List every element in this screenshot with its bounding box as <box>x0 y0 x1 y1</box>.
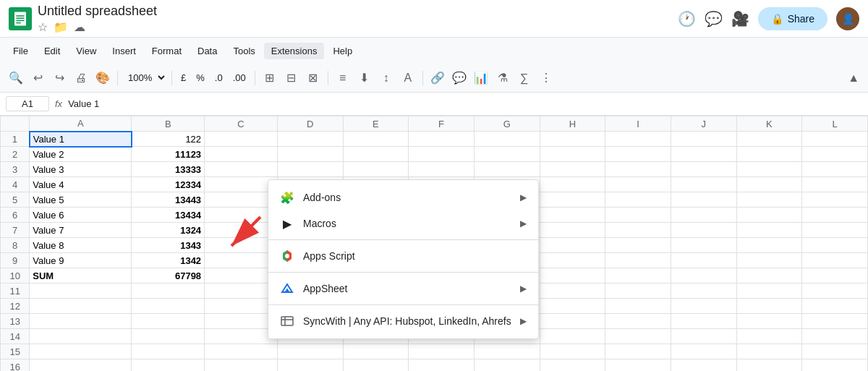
empty-cell-11-7[interactable] <box>540 283 605 299</box>
col-header-h[interactable]: H <box>540 116 605 132</box>
row-header-16[interactable]: 16 <box>1 359 30 372</box>
empty-cell-14-8[interactable] <box>605 329 671 344</box>
cell-2-E[interactable] <box>343 147 409 162</box>
cell-1-F[interactable] <box>409 132 475 147</box>
cell-8-L[interactable] <box>802 238 868 253</box>
empty-cell-13-10[interactable] <box>736 314 802 329</box>
cell-3-K[interactable] <box>736 162 802 177</box>
percent-button[interactable]: % <box>192 71 209 85</box>
cell-3-J[interactable] <box>671 162 736 177</box>
empty-cell-11-10[interactable] <box>736 283 802 299</box>
cell-5-a[interactable]: Value 5 <box>30 192 132 208</box>
print-button[interactable]: 🖨 <box>71 68 91 88</box>
menu-item-addons[interactable]: 🧩 Add-ons ▶ <box>268 184 538 210</box>
cell-6-J[interactable] <box>671 208 736 223</box>
row-header-15[interactable]: 15 <box>1 344 30 359</box>
paint-format-button[interactable]: 🎨 <box>93 68 113 88</box>
chart-button[interactable]: 📊 <box>471 68 491 88</box>
empty-cell-13-8[interactable] <box>605 314 671 329</box>
menu-tools[interactable]: Tools <box>226 43 262 59</box>
row-header-9[interactable]: 9 <box>1 253 30 268</box>
empty-cell-11-0[interactable] <box>30 283 132 299</box>
cell-reference[interactable] <box>6 96 49 111</box>
cell-3-L[interactable] <box>802 162 868 177</box>
empty-cell-13-2[interactable] <box>205 314 278 329</box>
col-header-j[interactable]: J <box>671 116 736 132</box>
cell-3-G[interactable] <box>474 162 540 177</box>
cell-8-b[interactable]: 1343 <box>132 238 205 253</box>
more-button[interactable]: ⋮ <box>536 68 556 88</box>
cell-1-E[interactable] <box>343 132 409 147</box>
empty-cell-16-6[interactable] <box>474 359 540 372</box>
link-button[interactable]: 🔗 <box>427 68 448 88</box>
empty-cell-14-1[interactable] <box>132 329 205 344</box>
cell-2-D[interactable] <box>277 147 343 162</box>
cell-9-I[interactable] <box>605 253 671 268</box>
col-header-k[interactable]: K <box>736 116 802 132</box>
menu-item-appsheet[interactable]: AppSheet ▶ <box>268 276 538 302</box>
empty-cell-16-10[interactable] <box>736 359 802 372</box>
empty-cell-13-0[interactable] <box>30 314 132 329</box>
folder-icon[interactable]: 📁 <box>54 20 68 34</box>
history-button[interactable]: 🕐 <box>678 10 696 27</box>
cell-4-a[interactable]: Value 4 <box>30 177 132 192</box>
row-header-5[interactable]: 5 <box>1 192 30 208</box>
empty-cell-16-11[interactable] <box>802 359 868 372</box>
col-header-d[interactable]: D <box>277 116 343 132</box>
collapse-toolbar-button[interactable]: ▲ <box>845 69 862 88</box>
cell-9-K[interactable] <box>736 253 802 268</box>
cell-1-L[interactable] <box>802 132 868 147</box>
cell-1-C[interactable] <box>205 132 278 147</box>
cell-1-J[interactable] <box>671 132 736 147</box>
row-header-10[interactable]: 10 <box>1 268 30 283</box>
cell-8-H[interactable] <box>540 238 605 253</box>
empty-cell-14-9[interactable] <box>671 329 736 344</box>
valign-button[interactable]: ⬇ <box>354 68 375 88</box>
menu-file[interactable]: File <box>6 43 35 59</box>
empty-cell-12-8[interactable] <box>605 299 671 314</box>
empty-cell-15-2[interactable] <box>205 344 278 359</box>
cell-4-K[interactable] <box>736 177 802 192</box>
cell-10-J[interactable] <box>671 268 736 283</box>
empty-cell-16-7[interactable] <box>540 359 605 372</box>
cell-1-D[interactable] <box>277 132 343 147</box>
cell-2-L[interactable] <box>802 147 868 162</box>
cell-1-a[interactable]: Value 1 <box>30 132 132 147</box>
cell-6-K[interactable] <box>736 208 802 223</box>
menu-extensions[interactable]: Extensions <box>264 43 325 59</box>
text-rotate-button[interactable]: A <box>398 68 418 88</box>
empty-cell-15-3[interactable] <box>277 344 343 359</box>
cell-5-C[interactable] <box>205 192 278 208</box>
empty-cell-16-3[interactable] <box>277 359 343 372</box>
comment-button[interactable]: 💬 <box>705 10 723 27</box>
menu-insert[interactable]: Insert <box>105 43 143 59</box>
cell-3-b[interactable]: 13333 <box>132 162 205 177</box>
empty-cell-13-9[interactable] <box>671 314 736 329</box>
empty-cell-16-0[interactable] <box>30 359 132 372</box>
cell-7-K[interactable] <box>736 223 802 238</box>
cell-5-H[interactable] <box>540 192 605 208</box>
cell-8-I[interactable] <box>605 238 671 253</box>
row-header-12[interactable]: 12 <box>1 299 30 314</box>
cell-7-b[interactable]: 1324 <box>132 223 205 238</box>
format-type-button[interactable]: ⊞ <box>260 68 280 88</box>
filter-button[interactable]: ⚗ <box>493 68 513 88</box>
doc-title[interactable]: Untitled spreadsheet <box>38 4 678 19</box>
cell-9-b[interactable]: 1342 <box>132 253 205 268</box>
function-button[interactable]: ∑ <box>514 68 535 88</box>
row-header-6[interactable]: 6 <box>1 208 30 223</box>
row-header-8[interactable]: 8 <box>1 238 30 253</box>
empty-cell-13-7[interactable] <box>540 314 605 329</box>
cell-3-H[interactable] <box>540 162 605 177</box>
cell-1-K[interactable] <box>736 132 802 147</box>
cell-9-L[interactable] <box>802 253 868 268</box>
empty-cell-11-9[interactable] <box>671 283 736 299</box>
cell-8-a[interactable]: Value 8 <box>30 238 132 253</box>
row-header-4[interactable]: 4 <box>1 177 30 192</box>
pound-button[interactable]: £ <box>176 71 190 85</box>
menu-item-syncwith[interactable]: SyncWith | Any API: Hubspot, LinkedIn, A… <box>268 308 538 334</box>
empty-cell-14-11[interactable] <box>802 329 868 344</box>
empty-cell-11-1[interactable] <box>132 283 205 299</box>
cell-3-I[interactable] <box>605 162 671 177</box>
row-header-3[interactable]: 3 <box>1 162 30 177</box>
